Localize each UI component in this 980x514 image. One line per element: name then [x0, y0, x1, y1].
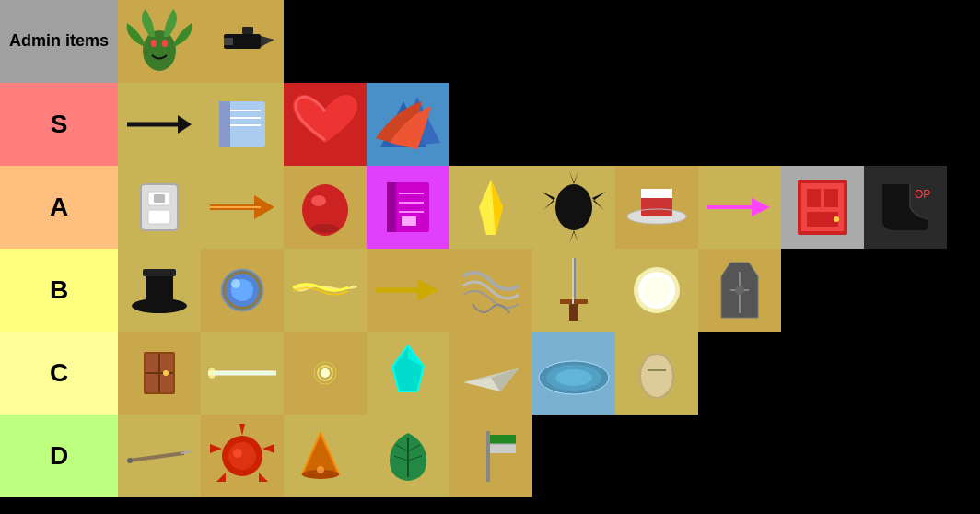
cell-tophat — [118, 249, 201, 332]
cell-egg — [615, 332, 698, 415]
svg-point-2 — [162, 40, 168, 47]
cell-leaf — [367, 415, 449, 497]
tier-row-s: S — [0, 83, 980, 166]
cell-dot — [284, 332, 367, 415]
tier-label-admin: Admin items — [0, 0, 118, 83]
svg-marker-5 — [261, 36, 274, 47]
svg-point-99 — [233, 449, 242, 458]
svg-rect-18 — [148, 210, 170, 224]
tier-label-s: S — [0, 83, 118, 166]
tier-row-b: B — [0, 249, 980, 332]
svg-rect-112 — [490, 444, 516, 453]
svg-rect-27 — [387, 182, 396, 232]
cell-red-orb — [284, 166, 367, 249]
svg-rect-109 — [486, 431, 490, 482]
cell-empty-c — [698, 332, 947, 415]
svg-rect-111 — [490, 435, 516, 444]
svg-point-46 — [834, 216, 839, 222]
svg-point-74 — [163, 370, 169, 376]
svg-point-24 — [311, 195, 326, 206]
cell-arrow — [118, 83, 201, 166]
cell-red-door — [781, 166, 864, 249]
tier-items-d — [118, 415, 947, 497]
svg-rect-43 — [807, 189, 821, 207]
cell-empty-d — [532, 415, 947, 497]
svg-rect-31 — [402, 216, 416, 226]
cell-cyan-gem — [367, 332, 449, 415]
svg-point-69 — [735, 286, 744, 295]
tier-row-d: D — [0, 415, 980, 497]
svg-point-77 — [208, 368, 216, 379]
cell-lightning — [284, 249, 367, 332]
cell-heart — [284, 83, 367, 166]
svg-point-1 — [151, 40, 157, 47]
cell-horn — [284, 415, 367, 497]
cell-sword — [532, 249, 615, 332]
cell-switch — [118, 166, 201, 249]
svg-point-96 — [127, 458, 133, 463]
svg-rect-19 — [154, 194, 165, 203]
svg-point-25 — [311, 224, 339, 233]
svg-rect-61 — [572, 258, 574, 304]
cell-empty-s — [449, 83, 980, 166]
cell-blue-orb — [201, 249, 284, 332]
cell-pink-arrow — [698, 166, 781, 249]
svg-rect-10 — [219, 101, 230, 147]
tier-items-admin — [118, 0, 974, 83]
svg-rect-50 — [143, 269, 176, 276]
tier-label-b: B — [0, 249, 118, 332]
cell-stick — [118, 415, 201, 497]
tier-label-c: C — [0, 332, 118, 415]
tier-items-b — [118, 249, 781, 332]
cell-flag — [449, 415, 532, 497]
svg-marker-8 — [178, 115, 192, 134]
cell-orange-arrow — [201, 166, 284, 249]
cell-black-spiky — [532, 166, 615, 249]
cell-bird — [367, 83, 449, 166]
cell-laser — [201, 332, 284, 415]
svg-point-0 — [143, 30, 176, 71]
tier-items-s — [118, 83, 980, 166]
svg-text:OP: OP — [915, 188, 930, 201]
cell-yellow-arrow — [367, 249, 449, 332]
svg-line-94 — [129, 453, 184, 461]
svg-point-89 — [555, 369, 592, 386]
tier-items-a: OP — [118, 166, 947, 249]
svg-point-54 — [231, 279, 240, 288]
cell-pink-book — [367, 166, 449, 249]
svg-point-103 — [317, 466, 324, 473]
cell-water — [532, 332, 615, 415]
tier-row-admin: Admin items — [0, 0, 980, 83]
cell-boots: OP — [864, 166, 947, 249]
svg-rect-45 — [807, 212, 838, 227]
tier-label-d: D — [0, 415, 118, 497]
cell-empty-admin — [284, 0, 974, 83]
cell-coffin — [698, 249, 781, 332]
svg-point-98 — [228, 442, 256, 470]
svg-point-78 — [321, 368, 330, 378]
tier-list: Admin items — [0, 0, 980, 497]
tier-row-a: A — [0, 166, 980, 249]
svg-rect-37 — [641, 189, 672, 198]
cell-burst — [201, 415, 284, 497]
tier-row-c: C — [0, 332, 980, 415]
cell-brown-box — [118, 332, 201, 415]
svg-point-34 — [555, 184, 592, 230]
cell-hat — [615, 166, 698, 249]
svg-rect-6 — [224, 38, 233, 45]
svg-rect-4 — [242, 27, 253, 34]
cell-drill — [201, 0, 284, 83]
svg-rect-49 — [146, 272, 173, 306]
cell-plant — [118, 0, 201, 83]
cell-yellow-shard — [449, 166, 532, 249]
svg-marker-40 — [752, 198, 770, 216]
tier-label-a: A — [0, 166, 118, 249]
svg-marker-57 — [417, 279, 438, 301]
tier-items-c — [118, 332, 947, 415]
cell-wind — [449, 249, 532, 332]
svg-rect-44 — [824, 189, 838, 207]
cell-book — [201, 83, 284, 166]
cell-sun — [615, 249, 698, 332]
svg-rect-60 — [569, 304, 578, 321]
svg-point-64 — [643, 276, 671, 304]
